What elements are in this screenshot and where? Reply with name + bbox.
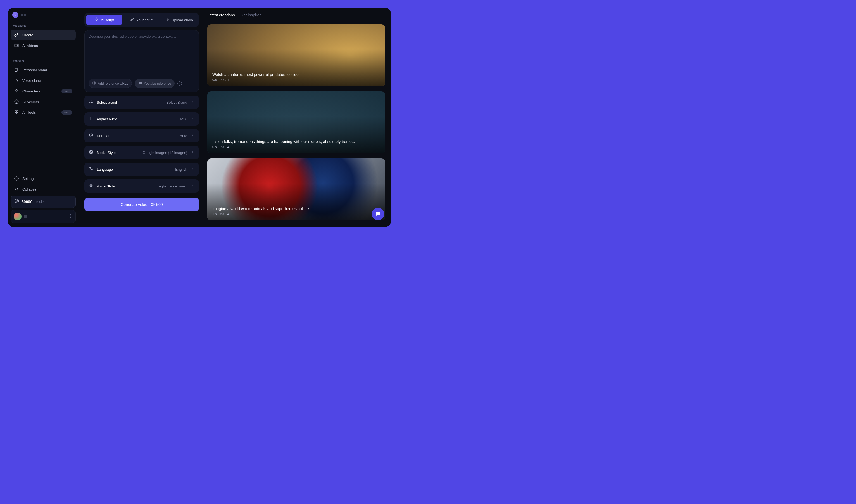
setting-label: Language — [97, 167, 113, 172]
prompt-box: Add reference URLs Youtube reference i — [84, 30, 199, 92]
card-title: Imagine a world where animals and superh… — [212, 206, 380, 211]
svg-point-10 — [16, 178, 17, 179]
card-date: 17/10/2024 — [212, 212, 380, 216]
gallery-tabs: Latest creations Get inspired — [207, 13, 385, 20]
sidebar-item-all-videos[interactable]: All videos — [11, 40, 76, 51]
face-icon — [14, 99, 19, 104]
target-icon — [150, 202, 155, 207]
section-label-create: CREATE — [11, 23, 76, 30]
svg-point-4 — [16, 101, 16, 102]
svg-point-13 — [17, 201, 17, 201]
user-placeholder — [24, 215, 26, 218]
main-content: AI script Your script Upload audio — [79, 8, 391, 227]
nav-label: Voice clone — [22, 78, 41, 83]
svg-rect-26 — [90, 184, 92, 186]
phone-icon — [89, 116, 93, 122]
chat-fab[interactable] — [372, 208, 384, 220]
chat-icon — [375, 211, 381, 217]
user-avatar — [14, 213, 21, 220]
generate-button[interactable]: Generate video 500 — [84, 198, 199, 211]
svg-point-16 — [70, 217, 70, 217]
microphone-icon — [89, 183, 93, 189]
svg-rect-1 — [15, 69, 17, 72]
gallery-list[interactable]: Watch as nature's most powerful predator… — [207, 24, 385, 222]
tab-your-script[interactable]: Your script — [124, 15, 160, 25]
sidebar: E CREATE Create All videos TOOLS Persona… — [8, 8, 79, 227]
divider — [11, 54, 76, 54]
tab-upload-audio[interactable]: Upload audio — [161, 15, 197, 25]
svg-point-2 — [16, 89, 17, 91]
workspace-switcher[interactable]: E — [11, 12, 76, 22]
translate-icon — [89, 166, 93, 172]
svg-rect-8 — [15, 113, 16, 114]
card-title: Watch as nature's most powerful predator… — [212, 72, 380, 77]
tab-label: AI script — [101, 18, 114, 22]
sidebar-item-ai-avatars[interactable]: AI Avatars — [11, 96, 76, 107]
creation-card[interactable]: Watch as nature's most powerful predator… — [207, 24, 385, 86]
credits-label: credits — [35, 200, 44, 204]
gear-icon — [14, 176, 19, 181]
prompt-actions: Add reference URLs Youtube reference i — [89, 79, 195, 88]
setting-label: Aspect Ratio — [97, 117, 117, 121]
svg-rect-6 — [15, 111, 16, 112]
setting-duration[interactable]: Duration Auto — [84, 129, 199, 143]
nav-label: AI Avatars — [22, 100, 39, 104]
setting-media[interactable]: Media Style Google images (12 images) — [84, 146, 199, 159]
setting-language[interactable]: Language English — [84, 163, 199, 176]
chevron-right-icon — [191, 183, 194, 188]
video-icon — [14, 43, 19, 48]
sidebar-item-all-tools[interactable]: All Tools Soon — [11, 107, 76, 118]
generate-label: Generate video — [120, 202, 147, 207]
prompt-input[interactable] — [89, 34, 195, 76]
nav-label: Collapse — [22, 187, 37, 191]
setting-value: Google images (12 images) — [142, 150, 187, 155]
more-icon[interactable] — [68, 214, 73, 219]
sidebar-item-characters[interactable]: Characters Soon — [11, 86, 76, 96]
globe-icon — [92, 81, 96, 86]
svg-rect-24 — [90, 150, 93, 154]
svg-point-15 — [70, 216, 70, 216]
cost-chip: 500 — [150, 202, 163, 207]
sidebar-item-voice-clone[interactable]: Voice clone — [11, 75, 76, 86]
chevron-right-icon — [191, 167, 194, 172]
app-window: E CREATE Create All videos TOOLS Persona… — [8, 8, 391, 227]
user-box[interactable] — [11, 210, 76, 223]
nav-label: Personal brand — [22, 68, 47, 72]
tab-ai-script[interactable]: AI script — [86, 15, 122, 25]
youtube-reference-chip[interactable]: Youtube reference — [135, 79, 175, 88]
svg-point-5 — [17, 101, 17, 102]
creation-card[interactable]: Listen folks, tremendous things are happ… — [207, 91, 385, 154]
svg-point-28 — [152, 204, 154, 205]
svg-point-27 — [151, 203, 155, 206]
gallery-tab-latest[interactable]: Latest creations — [207, 13, 235, 18]
info-icon[interactable]: i — [177, 81, 182, 86]
svg-point-3 — [15, 100, 18, 104]
sparkle-plus-icon — [14, 32, 19, 37]
nav-label: Settings — [22, 177, 35, 181]
gallery-tab-inspired[interactable]: Get inspired — [240, 13, 262, 18]
credits-amount: 50000 — [21, 199, 32, 204]
sidebar-item-personal-brand[interactable]: Personal brand — [11, 65, 76, 75]
workspace-dots — [21, 14, 26, 16]
setting-value: English — [175, 167, 187, 172]
svg-rect-0 — [15, 44, 17, 47]
setting-voice[interactable]: Voice Style English Male warm — [84, 179, 199, 193]
setting-brand[interactable]: Select brand Select Brand — [84, 95, 199, 109]
setting-value: Select Brand — [166, 100, 187, 105]
setting-value: 9:16 — [180, 117, 187, 121]
nav-label: All videos — [22, 43, 38, 48]
chip-label: Add reference URLs — [98, 82, 128, 86]
nav-label: Characters — [22, 89, 40, 93]
chevron-right-icon — [191, 100, 194, 105]
gallery: Latest creations Get inspired Watch as n… — [207, 13, 385, 222]
nav-label: All Tools — [22, 110, 36, 114]
creation-card[interactable]: Imagine a world where animals and superh… — [207, 158, 385, 220]
sidebar-item-create[interactable]: Create — [11, 30, 76, 40]
sidebar-item-settings[interactable]: Settings — [11, 173, 76, 184]
clock-icon — [89, 133, 93, 139]
reference-url-chip[interactable]: Add reference URLs — [89, 79, 132, 88]
chevron-right-icon — [191, 116, 194, 122]
sidebar-item-collapse[interactable]: Collapse — [11, 184, 76, 195]
setting-aspect[interactable]: Aspect Ratio 9:16 — [84, 112, 199, 126]
credits-box[interactable]: 50000 credits — [11, 196, 76, 208]
